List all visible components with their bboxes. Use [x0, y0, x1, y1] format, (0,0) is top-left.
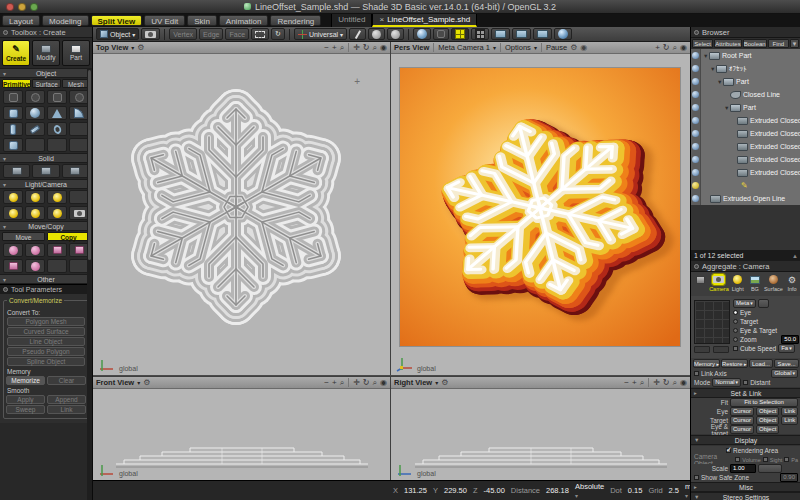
- tab-camera[interactable]: Camera: [709, 274, 729, 292]
- collapse-icon[interactable]: ▾: [3, 155, 6, 162]
- cube-speed-dropdown[interactable]: Fa▾: [778, 344, 795, 353]
- visibility-toggle[interactable]: [692, 104, 699, 111]
- tab-animation[interactable]: Animation: [219, 15, 269, 26]
- cube-speed-checkbox[interactable]: [733, 346, 738, 351]
- create-mode-button[interactable]: ✎Create: [2, 40, 30, 66]
- tree-row-closed-line[interactable]: Closed Line: [701, 88, 800, 101]
- shading-sphere-button[interactable]: [554, 28, 572, 40]
- toolbox-scrollbar[interactable]: [87, 68, 92, 500]
- panel-menu-icon[interactable]: [694, 264, 699, 269]
- zoom-out-icon[interactable]: −: [324, 378, 329, 388]
- visibility-toggle[interactable]: [692, 52, 699, 59]
- convert-spline-object-button[interactable]: Spline Object: [7, 357, 85, 366]
- coordinate-mode-dropdown[interactable]: Absolute ▾: [575, 482, 604, 500]
- link-button[interactable]: Link: [47, 405, 86, 414]
- sweep-button[interactable]: Sweep: [6, 405, 45, 414]
- translate-tool-button[interactable]: [3, 243, 23, 257]
- pan-icon[interactable]: ✛: [353, 43, 360, 53]
- load-button[interactable]: Load...: [749, 359, 774, 368]
- eye-radio[interactable]: [733, 310, 738, 315]
- camera-create-button[interactable]: [69, 206, 89, 220]
- visibility-toggle[interactable]: [692, 78, 699, 85]
- modify-mode-button[interactable]: Modify: [32, 40, 60, 66]
- other-section-header[interactable]: ▾Other: [0, 274, 92, 284]
- move-copy-section-header[interactable]: ▾Move/Copy: [0, 221, 92, 231]
- object-mode-button[interactable]: Object▾: [96, 28, 139, 40]
- zoom-in-icon[interactable]: +: [655, 43, 660, 53]
- tab-light[interactable]: Light: [730, 274, 746, 292]
- browser-header[interactable]: Browser: [691, 27, 800, 38]
- quarter-button[interactable]: [69, 106, 89, 120]
- box-tool-button[interactable]: [47, 90, 67, 104]
- close-tab-icon[interactable]: ×: [379, 15, 384, 24]
- collapse-icon[interactable]: ▾: [3, 70, 6, 77]
- distant-checkbox[interactable]: [743, 380, 748, 385]
- volume-checkbox[interactable]: [735, 457, 740, 462]
- target-object-button[interactable]: Object: [756, 416, 779, 425]
- cylinder-button[interactable]: [3, 122, 23, 136]
- part-mode-button[interactable]: Part: [62, 40, 90, 66]
- circle-tool-button[interactable]: [69, 90, 89, 104]
- point-light-button[interactable]: [3, 190, 23, 204]
- gear-icon[interactable]: ⚙: [137, 43, 144, 52]
- orbit-icon[interactable]: ↻: [663, 43, 670, 53]
- globe-view-button[interactable]: [413, 28, 431, 40]
- eye-cursor-button[interactable]: Cursor: [730, 407, 754, 416]
- tree-row-extruded-open-line[interactable]: Extruded Open Line: [701, 192, 800, 205]
- solid-revolve-button[interactable]: [62, 164, 89, 178]
- target-radio[interactable]: [733, 319, 738, 324]
- apply-button[interactable]: Apply: [6, 395, 45, 404]
- orbit-icon[interactable]: ↻: [363, 378, 370, 388]
- camera-mode-button[interactable]: [141, 28, 160, 40]
- rounded-box-button[interactable]: [3, 106, 23, 120]
- gear-icon[interactable]: ⚙: [570, 43, 577, 52]
- visibility-toggle[interactable]: [692, 65, 699, 72]
- scale-value-field[interactable]: 1.00: [730, 464, 756, 473]
- pan-icon[interactable]: ✛: [653, 378, 660, 388]
- convert-polygon-mesh-button[interactable]: Polygon Mesh: [7, 317, 85, 326]
- stereo-settings-header[interactable]: ▼Stereo Settings: [691, 492, 800, 500]
- preview-button-1[interactable]: [694, 346, 710, 353]
- skeleton-tool-button[interactable]: [349, 28, 366, 40]
- screen-layout-button-3[interactable]: [533, 28, 552, 40]
- dolly-icon[interactable]: ◉: [380, 378, 387, 388]
- tree-row-offset[interactable]: ▼ｵﾌｾｯﾄ: [701, 62, 800, 75]
- visibility-toggle[interactable]: [692, 169, 699, 176]
- collapse-icon[interactable]: ▾: [3, 276, 6, 283]
- orbit-icon[interactable]: ↻: [663, 378, 670, 388]
- tree-row-root-part[interactable]: ▼Root Part: [701, 49, 800, 62]
- tab-select[interactable]: Select: [692, 39, 713, 48]
- magnify-icon[interactable]: ⌕: [673, 43, 677, 53]
- visibility-toggle[interactable]: [692, 156, 699, 163]
- document-tab-untitled[interactable]: Untitled: [331, 14, 372, 27]
- tab-rendering[interactable]: Rendering: [270, 15, 321, 26]
- orbit-icon[interactable]: ↻: [363, 43, 370, 53]
- disc-button[interactable]: [47, 122, 67, 136]
- tree-row-extruded-closed-3[interactable]: Extruded Closed: [701, 140, 800, 153]
- dolly-icon[interactable]: ◉: [380, 43, 387, 53]
- gear-icon[interactable]: ⚙: [143, 378, 150, 387]
- path-checkbox[interactable]: [784, 457, 789, 462]
- eye-target-cursor-button[interactable]: Cursor: [730, 425, 754, 434]
- link-axis-dropdown[interactable]: Global▾: [771, 369, 798, 378]
- tree-row-extruded-closed-2[interactable]: Extruded Closed: [701, 127, 800, 140]
- zoom-out-icon[interactable]: −: [324, 43, 329, 53]
- toolbox-header[interactable]: Toolbox : Create: [0, 27, 92, 38]
- array-tool-button[interactable]: [69, 243, 89, 257]
- manipulator-button[interactable]: Universal▾: [294, 28, 347, 40]
- zoom-in-icon[interactable]: +: [332, 43, 337, 53]
- close-window-icon[interactable]: [6, 3, 14, 11]
- cone-button[interactable]: [47, 106, 67, 120]
- light-camera-section-header[interactable]: ▾Light/Camera: [0, 179, 92, 189]
- convert-curved-surface-button[interactable]: Curved Surface: [7, 327, 85, 336]
- zoom-radio[interactable]: [733, 337, 738, 342]
- tab-skin[interactable]: Skin: [187, 15, 217, 26]
- tab-info[interactable]: ⚙Info: [784, 274, 800, 292]
- curve-tool-button[interactable]: [3, 90, 23, 104]
- tab-surface[interactable]: Surface: [764, 274, 783, 292]
- tab-layout[interactable]: Layout: [2, 15, 40, 26]
- top-view-label[interactable]: Top View: [96, 43, 128, 52]
- view-menu-icon[interactable]: ▾: [435, 379, 438, 386]
- target-cursor-button[interactable]: Cursor: [730, 416, 754, 425]
- area-light-button[interactable]: [3, 206, 23, 220]
